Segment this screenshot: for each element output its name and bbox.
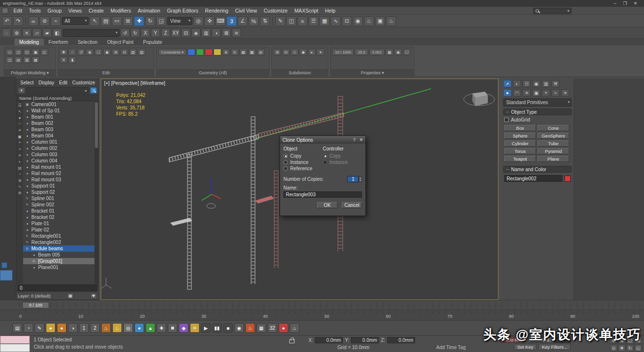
ribbon-tool-icon[interactable]: ⊖ (231, 49, 239, 55)
percent-snap-icon[interactable]: % (249, 16, 259, 26)
ribbon-tab[interactable]: Selection (73, 39, 102, 45)
ribbon-tool-icon[interactable]: ⊕ (222, 49, 230, 55)
scene-object-row[interactable]: ⊞ Module beams (23, 245, 94, 252)
dialog-help-button[interactable]: ? (353, 137, 355, 142)
menu-item[interactable]: Edit (10, 8, 26, 14)
dialog-title-bar[interactable]: Clone Options ? ✕ (280, 136, 365, 144)
primitive-button[interactable]: Box (504, 125, 536, 131)
ribbon-tool-icon[interactable] (205, 49, 213, 55)
truss-beam-white[interactable] (169, 135, 258, 162)
primitive-button[interactable]: GeoSphere (537, 133, 569, 139)
menu-item[interactable]: MAXScript (291, 8, 322, 14)
coord-x-field[interactable]: 0.0mm (315, 337, 343, 343)
maximize-button[interactable]: ❒ (623, 1, 627, 6)
explorer-menu-item[interactable]: Customize (70, 80, 97, 85)
primitive-button[interactable]: Cone (537, 125, 569, 131)
render-teapot-icon[interactable]: ♨ (245, 323, 255, 333)
container-add-icon[interactable]: ⊕ (12, 28, 21, 37)
cameras-category-icon[interactable]: ▣ (532, 89, 540, 96)
ribbon-tool-icon[interactable]: ▮ (68, 56, 76, 63)
primitive-button[interactable]: Torus (504, 148, 536, 154)
layer-manager-icon[interactable]: ☰ (309, 16, 319, 26)
edit-named-selection-sets-icon[interactable]: ✎ (275, 16, 285, 26)
explorer-search-button[interactable] (90, 87, 97, 94)
ribbon-tool-icon[interactable]: ▭ (6, 49, 13, 55)
object-clone-radio[interactable]: Instance (283, 159, 323, 165)
scene-object-row[interactable]: ● Rail mount 03 (23, 176, 94, 183)
ribbon-tool-icon[interactable] (196, 49, 204, 55)
tool-icon[interactable]: ✖ (168, 323, 177, 333)
transform-gizmo[interactable] (201, 178, 221, 208)
ribbon-tool-icon[interactable]: ⊟ (121, 49, 128, 55)
ribbon-tool-icon[interactable]: 25.0 (355, 49, 368, 55)
display-filter-icon[interactable]: ☀ (17, 127, 23, 133)
ribbon-tool-icon[interactable]: ⊞ (112, 49, 120, 55)
ribbon-tool-icon[interactable]: ✕ (60, 56, 67, 63)
undo-icon[interactable]: ↶ (2, 16, 12, 26)
menu-item[interactable]: Tools (26, 8, 44, 14)
select-and-scale-icon[interactable]: ◲ (156, 16, 166, 26)
ok-button[interactable]: OK (317, 202, 337, 208)
ribbon-tool-icon[interactable]: ⊞ (273, 49, 281, 55)
pan-icon[interactable]: ✥ (618, 344, 626, 352)
ribbon-tool-icon[interactable]: ▦ (386, 49, 393, 55)
ribbon-group-label[interactable]: Edit (58, 69, 154, 76)
tool-icon[interactable]: ◎ (123, 323, 133, 333)
explorer-scrollbar[interactable] (94, 101, 98, 284)
ribbon-tool-icon[interactable]: ◳ (14, 49, 22, 55)
ribbon-tab[interactable]: Freeform (44, 39, 73, 45)
display-filter-icon[interactable]: ⊞ (17, 177, 23, 183)
select-and-manipulate-icon[interactable]: ✜ (204, 16, 215, 26)
ribbon-tool-icon[interactable]: ▥ (23, 56, 31, 63)
ribbon-group-label[interactable]: Geometry (All) (157, 69, 269, 76)
stop-button[interactable]: ■ (223, 323, 233, 333)
menu-item[interactable]: Civil View (232, 8, 260, 14)
layer-list-icon[interactable]: ▦ (67, 293, 74, 299)
set-key-button[interactable]: Set Key (514, 344, 537, 350)
ribbon-tool-icon[interactable]: ☐ (94, 49, 102, 55)
ribbon-tool-icon[interactable]: ▨ (138, 49, 146, 55)
ribbon-tab[interactable]: Populate (138, 39, 167, 45)
hierarchy-tab-icon[interactable]: ☷ (523, 80, 531, 87)
scene-object-row[interactable]: ● Wall of Sp 01 (23, 108, 94, 114)
tool-icon[interactable]: ● (279, 323, 288, 333)
clone-name-input[interactable]: Rectangle003 (283, 191, 362, 198)
scrollbar-thumb[interactable] (95, 102, 98, 148)
time-slider-handle[interactable]: 0 / 100 (22, 302, 49, 309)
maxscript-mini-listener-white[interactable] (0, 344, 30, 352)
ribbon-tool-icon[interactable] (214, 49, 221, 55)
tool-icon[interactable]: ◉ (234, 323, 244, 333)
container-close-icon[interactable]: ✕ (22, 28, 31, 37)
cancel-button[interactable]: Cancel (342, 202, 362, 208)
display-filter-icon[interactable]: ● (17, 115, 23, 121)
ribbon-tool-icon[interactable]: ▦ (240, 49, 247, 55)
autogrid-checkbox[interactable]: AutoGrid (504, 117, 571, 122)
scene-object-row[interactable]: ● Column 004 (23, 158, 94, 164)
time-slider[interactable]: 0 / 100 (0, 300, 644, 310)
display-filter-icon[interactable]: ▤ (17, 165, 23, 171)
primitive-type-dropdown[interactable]: Standard Primitives (503, 98, 572, 107)
tool-icon[interactable]: ◑ (68, 323, 78, 333)
bind-to-space-warp-icon[interactable]: ⌁ (51, 16, 61, 26)
select-and-link-icon[interactable]: ∞ (28, 16, 39, 26)
viewport-general-menu[interactable]: [+] (104, 81, 109, 86)
named-selection-sets-dropdown[interactable] (63, 29, 120, 37)
ribbon-tool-icon[interactable]: ⊟ (282, 49, 290, 55)
spinner-arrows-icon[interactable]: ▴▾ (359, 176, 362, 182)
object-name-field[interactable]: Rectangle002 (504, 175, 563, 182)
spinner-snap-icon[interactable]: ⇅ (260, 16, 270, 26)
display-filter-icon[interactable]: ◠ (17, 121, 23, 127)
display-filter-icon[interactable]: ◐ (17, 159, 23, 164)
tool-icon[interactable]: ◆ (179, 323, 188, 333)
ribbon-group-label[interactable]: Properties ▾ (331, 69, 414, 76)
render-teapot-icon[interactable]: ♨ (112, 323, 122, 333)
scene-object-row[interactable]: ✎ Rectangle001 (23, 233, 94, 239)
tool-icon[interactable]: ▱ (32, 28, 41, 37)
menu-item[interactable]: Customize (260, 8, 291, 14)
viewport-pov-menu[interactable]: [Perspective] (111, 81, 139, 86)
scene-object-row[interactable]: ● Support 01 (23, 183, 94, 189)
tool-icon[interactable]: ✎ (35, 323, 44, 333)
add-layer-icon[interactable]: ✚ (90, 293, 97, 299)
name-color-rollout-header[interactable]: − Name and Color (503, 166, 572, 173)
maximize-viewport-icon[interactable]: ◱ (634, 344, 642, 352)
